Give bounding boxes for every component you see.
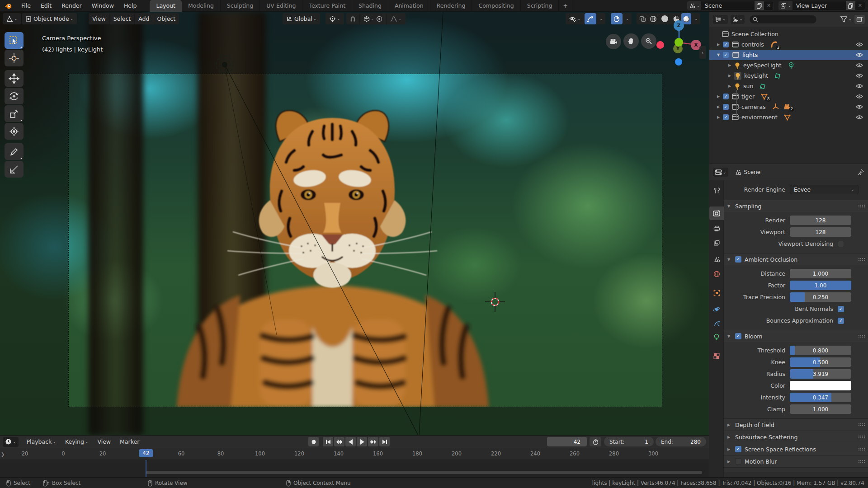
properties-editor-type-button[interactable]: ⌄ xyxy=(713,168,728,177)
bloom-radius-slider[interactable]: 3.919 xyxy=(790,369,851,379)
tab-animation[interactable]: Animation xyxy=(388,0,430,12)
tab-uv-editing[interactable]: UV Editing xyxy=(260,0,302,12)
axis-x-neg[interactable] xyxy=(656,41,664,49)
pan-view-button[interactable] xyxy=(623,33,639,49)
axis-z-neg[interactable] xyxy=(675,58,682,66)
tool-rotate[interactable] xyxy=(5,88,24,104)
tab-scene[interactable] xyxy=(709,253,724,266)
tool-annotate[interactable] xyxy=(5,143,24,160)
view-layer-new-button[interactable] xyxy=(846,1,855,10)
xray-toggle[interactable] xyxy=(637,13,649,24)
tab-layout[interactable]: Layout xyxy=(150,0,182,12)
panel-bloom-header[interactable]: ▼✓Bloom xyxy=(724,330,868,342)
frame-end-field[interactable]: End:280 xyxy=(656,437,706,446)
sidebar-toggle[interactable]: ‹ xyxy=(699,46,706,59)
hide-eye-icon[interactable] xyxy=(856,42,863,47)
object-visibility-button[interactable]: ⌄ xyxy=(566,13,585,24)
viewport-denoising-checkbox[interactable] xyxy=(838,241,844,247)
jump-to-start-button[interactable] xyxy=(323,437,333,446)
tab-compositing[interactable]: Compositing xyxy=(472,0,520,12)
gizmos-toggle[interactable]: ⌄ xyxy=(585,13,605,24)
play-button[interactable] xyxy=(357,437,367,446)
timeline-track-area[interactable] xyxy=(0,460,709,478)
collection-checkbox[interactable]: ✓ xyxy=(723,52,729,58)
tool-cursor[interactable] xyxy=(5,50,24,66)
drag-grip-icon[interactable] xyxy=(858,460,865,463)
outliner-search-input[interactable] xyxy=(749,15,817,24)
expand-icon[interactable]: ▶ xyxy=(726,63,733,67)
tool-transform[interactable] xyxy=(5,123,24,140)
bounces-approx-checkbox[interactable]: ✓ xyxy=(838,318,844,324)
outliner-row-keylight[interactable]: ▶ keyLight xyxy=(709,70,868,81)
drag-grip-icon[interactable] xyxy=(858,423,865,427)
tab-modeling[interactable]: Modeling xyxy=(182,0,221,12)
outliner-row-lights[interactable]: ▼ ✓ lights xyxy=(709,50,868,60)
timeline-region-toggle[interactable]: ❯ xyxy=(1,452,5,457)
prev-keyframe-button[interactable] xyxy=(334,437,344,446)
bloom-clamp-field[interactable]: 1.000 xyxy=(790,404,851,414)
sampling-viewport-field[interactable]: 128 xyxy=(790,227,851,237)
record-button[interactable] xyxy=(308,437,319,446)
tab-shading[interactable]: Shading xyxy=(352,0,388,12)
tab-world[interactable] xyxy=(709,267,724,281)
ao-trace-slider[interactable]: 0.250 xyxy=(790,292,851,302)
panel-ao-header[interactable]: ▼✓Ambient Occlusion xyxy=(724,253,868,265)
hide-eye-icon[interactable] xyxy=(856,84,863,89)
shading-wireframe-button[interactable] xyxy=(648,13,658,24)
timeline-scrollbar[interactable] xyxy=(146,471,702,474)
expand-icon[interactable]: ▶ xyxy=(726,84,733,88)
bloom-intensity-slider[interactable]: 0.347 xyxy=(790,393,851,402)
panel-ssr-header[interactable]: ▶✓Screen Space Reflections xyxy=(724,443,868,455)
new-collection-button[interactable] xyxy=(854,15,865,24)
panel-motion-blur-header[interactable]: ▶Motion Blur xyxy=(724,455,868,467)
outliner-row-tiger[interactable]: ▶ ✓ tiger 8 xyxy=(709,91,868,102)
bent-normals-checkbox[interactable]: ✓ xyxy=(838,306,844,312)
collapse-icon[interactable]: ▼ xyxy=(715,53,722,57)
overlays-toggle[interactable]: ⌄ xyxy=(611,13,632,24)
tab-view-layer[interactable] xyxy=(709,236,724,250)
panel-dof-header[interactable]: ▶Depth of Field xyxy=(724,419,868,431)
tool-measure[interactable] xyxy=(5,161,24,178)
collection-checkbox[interactable]: ✓ xyxy=(723,104,729,110)
tab-scripting[interactable]: Scripting xyxy=(521,0,559,12)
outliner-row-eyespeclight[interactable]: ▶ eyeSpecLight xyxy=(709,60,868,70)
mode-selector[interactable]: Object Mode⌄ xyxy=(22,13,77,24)
view-layer-browse-button[interactable]: ⌄ xyxy=(779,1,793,10)
collection-checkbox[interactable]: ✓ xyxy=(723,94,729,99)
axis-y[interactable] xyxy=(675,38,683,47)
bloom-knee-slider[interactable]: 0.500 xyxy=(790,357,851,367)
scene-name-field[interactable]: Scene xyxy=(701,2,755,9)
proportional-falloff-button[interactable]: ⌄ xyxy=(387,13,406,24)
tab-sculpting[interactable]: Sculpting xyxy=(221,0,260,12)
select-menu[interactable]: Select xyxy=(110,13,135,24)
collection-checkbox[interactable]: ✓ xyxy=(723,114,729,120)
outliner-filter-button[interactable]: ⌄ xyxy=(840,16,852,23)
playhead[interactable]: 42 xyxy=(139,449,153,457)
zoom-view-button[interactable] xyxy=(641,33,656,49)
add-workspace-button[interactable]: + xyxy=(559,0,572,12)
expand-icon[interactable]: ▶ xyxy=(715,115,722,119)
expand-icon[interactable]: ▶ xyxy=(715,94,722,99)
outliner-row-sun[interactable]: ▶ sun xyxy=(709,81,868,91)
drag-grip-icon[interactable] xyxy=(858,204,865,208)
jump-to-end-button[interactable] xyxy=(379,437,390,446)
tab-rendering[interactable]: Rendering xyxy=(430,0,472,12)
object-menu[interactable]: Object xyxy=(153,13,179,24)
bloom-threshold-slider[interactable]: 0.800 xyxy=(790,346,851,355)
outliner-row-enviornment[interactable]: ▶ ✓ enviornment xyxy=(709,112,868,122)
use-preview-range-button[interactable] xyxy=(590,437,601,446)
tab-tool[interactable] xyxy=(709,184,724,197)
timeline-ruler[interactable]: -20 0 20 60 80 100 120 140 160 180 200 2… xyxy=(0,448,709,460)
menu-edit[interactable]: Edit xyxy=(36,0,57,12)
add-menu[interactable]: Add xyxy=(135,13,153,24)
expand-icon[interactable]: ▶ xyxy=(715,105,722,109)
view-layer-name-field[interactable]: View Layer xyxy=(793,2,846,9)
blender-logo-icon[interactable] xyxy=(4,2,13,9)
editor-type-button[interactable]: ⌄ xyxy=(3,13,21,24)
hide-eye-icon[interactable] xyxy=(856,73,863,78)
ao-checkbox[interactable]: ✓ xyxy=(735,256,741,263)
tab-particles[interactable] xyxy=(709,317,724,330)
playback-menu[interactable]: Playback⌄ xyxy=(22,438,61,445)
keying-menu[interactable]: Keying⌄ xyxy=(61,438,93,445)
tab-physics[interactable] xyxy=(709,302,724,316)
